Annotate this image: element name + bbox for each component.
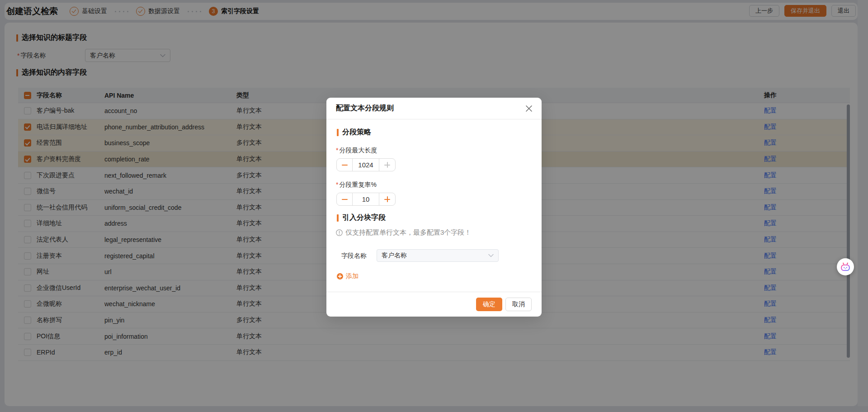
decrease-button[interactable] xyxy=(337,193,352,205)
decrease-button[interactable] xyxy=(337,159,352,171)
chunk-field-select[interactable]: 客户名称 xyxy=(377,249,499,262)
page: 创建语义检索 基础设置 数据源设置 3 索引字段设置 上一步 保存并退出 退出 … xyxy=(0,0,868,412)
dialog-title: 配置文本分段规则 xyxy=(336,104,394,113)
chunk-info-text: 仅支持配置单行文本，最多配置3个字段！ xyxy=(336,228,471,237)
confirm-button[interactable]: 确定 xyxy=(476,298,502,311)
close-icon[interactable] xyxy=(524,104,534,114)
max-length-label: *分段最大长度 xyxy=(336,147,377,155)
add-field-button[interactable]: 添加 xyxy=(337,272,359,280)
chunk-section-heading: 引入分块字段 xyxy=(337,213,386,223)
chunk-field-label: 字段名称 xyxy=(341,252,367,260)
increase-button[interactable] xyxy=(379,159,395,171)
section-accent-bar xyxy=(337,129,339,136)
info-icon xyxy=(336,229,343,236)
overlap-stepper: 10 xyxy=(336,193,396,206)
max-length-stepper: 1024 xyxy=(336,158,396,171)
dialog-header: 配置文本分段规则 xyxy=(326,98,542,119)
section-accent-bar xyxy=(337,214,339,222)
overlap-label: *分段重复率% xyxy=(336,181,377,189)
chevron-down-icon xyxy=(488,254,494,257)
ai-assistant-button[interactable] xyxy=(837,258,854,275)
strategy-section-heading: 分段策略 xyxy=(337,128,371,137)
overlap-input[interactable]: 10 xyxy=(352,193,379,205)
segmentation-rules-dialog: 配置文本分段规则 分段策略 *分段最大长度 1024 *分段重复率% xyxy=(326,98,542,317)
dialog-body: 分段策略 *分段最大长度 1024 *分段重复率% 10 引入分块字段 xyxy=(326,119,542,292)
robot-icon xyxy=(840,262,851,272)
required-mark: * xyxy=(336,181,338,188)
required-mark: * xyxy=(336,147,338,154)
increase-button[interactable] xyxy=(379,193,395,205)
select-value: 客户名称 xyxy=(382,251,407,260)
dialog-footer: 确定 取消 xyxy=(326,292,542,317)
max-length-input[interactable]: 1024 xyxy=(352,159,379,171)
plus-circle-icon xyxy=(337,273,343,279)
cancel-button[interactable]: 取消 xyxy=(505,298,532,311)
